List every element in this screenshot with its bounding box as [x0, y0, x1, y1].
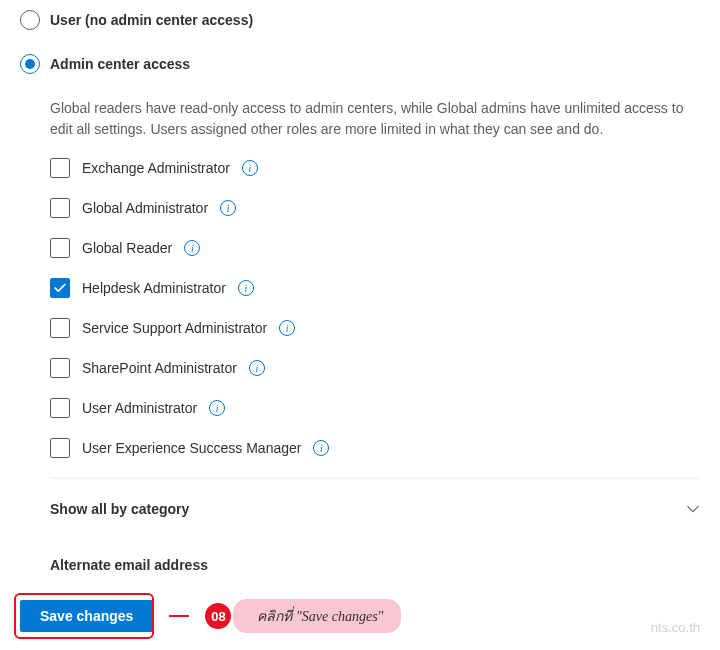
info-icon[interactable]: i [220, 200, 236, 216]
radio-option-admin[interactable]: Admin center access [20, 54, 700, 74]
role-row-ux-success: User Experience Success Manager i [50, 438, 700, 458]
save-button[interactable]: Save changes [20, 600, 153, 632]
info-icon[interactable]: i [184, 240, 200, 256]
info-icon[interactable]: i [279, 320, 295, 336]
radio-dot-icon [25, 59, 35, 69]
checkbox-global-admin[interactable] [50, 198, 70, 218]
checkbox-helpdesk[interactable] [50, 278, 70, 298]
info-icon[interactable]: i [313, 440, 329, 456]
radio-circle-icon [20, 10, 40, 30]
divider [50, 478, 700, 479]
alt-email-heading: Alternate email address [50, 557, 700, 573]
annotation-connector [169, 615, 189, 617]
role-row-global-admin: Global Administrator i [50, 198, 700, 218]
radio-label-admin: Admin center access [50, 56, 190, 72]
annotation-callout: คลิกที่ "Save changes" [233, 599, 401, 633]
role-row-global-reader: Global Reader i [50, 238, 700, 258]
radio-circle-icon [20, 54, 40, 74]
checkbox-sharepoint[interactable] [50, 358, 70, 378]
info-icon[interactable]: i [249, 360, 265, 376]
annotation-step-badge: 08 [205, 603, 231, 629]
chevron-down-icon [686, 502, 700, 516]
role-row-service-support: Service Support Administrator i [50, 318, 700, 338]
info-icon[interactable]: i [209, 400, 225, 416]
role-row-sharepoint: SharePoint Administrator i [50, 358, 700, 378]
admin-section: Global readers have read-only access to … [20, 98, 700, 573]
role-label: SharePoint Administrator [82, 360, 237, 376]
role-label: User Experience Success Manager [82, 440, 301, 456]
checkbox-service-support[interactable] [50, 318, 70, 338]
role-label: Global Administrator [82, 200, 208, 216]
check-icon [53, 281, 67, 295]
footer-row: Save changes 08 คลิกที่ "Save changes" n… [20, 599, 700, 633]
info-icon[interactable]: i [242, 160, 258, 176]
watermark: nts.co.th [651, 620, 700, 635]
radio-label-user: User (no admin center access) [50, 12, 253, 28]
role-label: Service Support Administrator [82, 320, 267, 336]
admin-description: Global readers have read-only access to … [50, 98, 700, 140]
checkbox-global-reader[interactable] [50, 238, 70, 258]
info-icon[interactable]: i [238, 280, 254, 296]
role-label: Helpdesk Administrator [82, 280, 226, 296]
role-row-helpdesk: Helpdesk Administrator i [50, 278, 700, 298]
role-label: User Administrator [82, 400, 197, 416]
radio-option-user[interactable]: User (no admin center access) [20, 10, 700, 30]
role-label: Exchange Administrator [82, 160, 230, 176]
checkbox-exchange[interactable] [50, 158, 70, 178]
checkbox-user-admin[interactable] [50, 398, 70, 418]
role-label: Global Reader [82, 240, 172, 256]
role-row-user-admin: User Administrator i [50, 398, 700, 418]
checkbox-ux-success[interactable] [50, 438, 70, 458]
show-all-label: Show all by category [50, 501, 189, 517]
role-row-exchange: Exchange Administrator i [50, 158, 700, 178]
show-all-toggle[interactable]: Show all by category [50, 497, 700, 521]
